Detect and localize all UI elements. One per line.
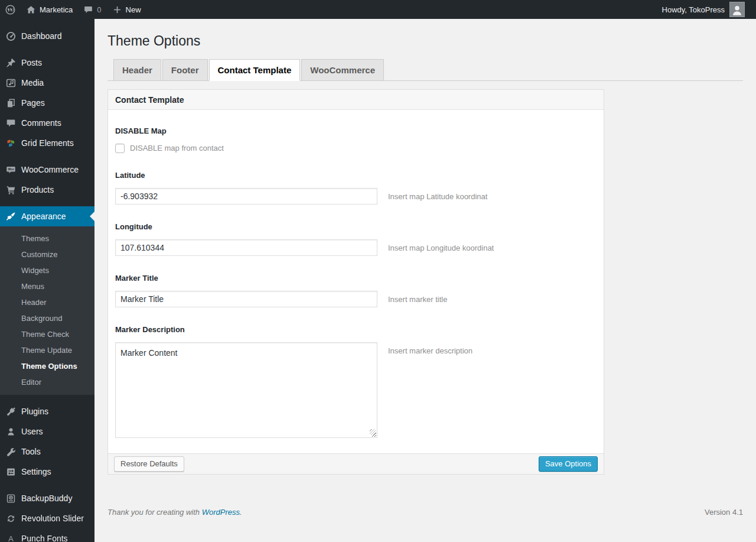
footer-thanks: Thank you for creating with WordPress. [107, 508, 242, 517]
field-row: Insert marker title [115, 291, 597, 307]
sidebar-item-comments[interactable]: Comments [0, 113, 94, 133]
marker-title-input[interactable] [115, 291, 377, 307]
save-options-button[interactable]: Save Options [539, 456, 598, 472]
field-label: Marker Title [115, 274, 597, 283]
submenu-item-menus[interactable]: Menus [0, 278, 94, 294]
pushpin-icon [5, 58, 17, 68]
page-footer: Thank you for creating with WordPress. V… [107, 508, 743, 528]
tab-bar: HeaderFooterContact TemplateWooCommerce [107, 59, 743, 81]
new-content-menu[interactable]: New [107, 0, 146, 19]
main-content: Theme Options HeaderFooterContact Templa… [94, 0, 756, 528]
new-label: New [126, 5, 141, 14]
backupbuddy-icon [5, 494, 17, 504]
sidebar-item-backupbuddy[interactable]: BackupBuddy [0, 488, 94, 508]
sidebar-item-settings[interactable]: Settings [0, 462, 94, 482]
submenu-item-theme-options[interactable]: Theme Options [0, 358, 94, 374]
tab-footer[interactable]: Footer [162, 59, 208, 80]
longitude-input[interactable] [115, 239, 377, 256]
theme-options-panel: Contact Template DISABLE MapDISABLE map … [107, 89, 604, 475]
sidebar-item-posts[interactable]: Posts [0, 53, 94, 73]
sidebar-item-label: Posts [21, 58, 42, 67]
appearance-submenu: ThemesCustomizeWidgetsMenusHeaderBackgro… [0, 226, 94, 395]
submenu-item-themes[interactable]: Themes [0, 231, 94, 246]
menu-separator [0, 153, 94, 160]
paintbrush-icon [5, 212, 17, 222]
woocommerce-icon: Woo [5, 165, 17, 175]
wordpress-icon [5, 5, 15, 15]
punch-fonts-icon: A [5, 534, 17, 542]
sidebar-item-woocommerce[interactable]: WooWooCommerce [0, 160, 94, 180]
sidebar-item-label: Pages [21, 98, 45, 108]
site-name-label: Marketica [40, 5, 73, 14]
field-group-marker-description: Marker DescriptionInsert marker descript… [115, 325, 597, 438]
submenu-item-editor[interactable]: Editor [0, 374, 94, 390]
tab-header[interactable]: Header [113, 59, 161, 80]
submenu-item-header[interactable]: Header [0, 294, 94, 310]
avatar [729, 2, 745, 17]
comment-bubble-icon [83, 5, 93, 15]
sidebar-item-label: Dashboard [21, 31, 62, 41]
field-row: Insert map Longitude koordinat [115, 239, 597, 256]
submenu-item-background[interactable]: Background [0, 310, 94, 326]
howdy-label: Howdy, TokoPress [662, 5, 725, 14]
field-help: Insert marker title [388, 291, 447, 304]
field-label: Latitude [115, 171, 597, 180]
sidebar-item-punch-fonts[interactable]: APunch Fonts [0, 528, 94, 542]
version-label: Version 4.1 [705, 508, 743, 517]
restore-defaults-button[interactable]: Restore Defaults [114, 456, 184, 472]
dashboard-icon [5, 31, 17, 41]
wordpress-link[interactable]: WordPress [202, 508, 240, 517]
sidebar-item-label: Products [21, 185, 54, 194]
tab-contact-template[interactable]: Contact Template [209, 59, 301, 81]
field-row: DISABLE map from contact [115, 144, 597, 153]
disable-map-checkbox[interactable] [115, 144, 125, 153]
sidebar-item-label: Tools [21, 447, 41, 456]
sidebar-item-users[interactable]: Users [0, 421, 94, 442]
panel-footer: Restore Defaults Save Options [108, 453, 604, 474]
menu-separator [0, 200, 94, 206]
field-group-marker-title: Marker TitleInsert marker title [115, 274, 597, 307]
sidebar-item-label: Punch Fonts [21, 534, 68, 542]
marker-description-textarea[interactable] [115, 342, 377, 438]
sidebar-menu: DashboardPostsMediaPagesCommentsGrid Ele… [0, 26, 94, 542]
sidebar-item-label: Settings [21, 467, 51, 476]
menu-separator [0, 46, 94, 53]
submenu-item-widgets[interactable]: Widgets [0, 262, 94, 278]
cart-icon [5, 185, 17, 195]
settings-icon [5, 467, 17, 477]
submenu-item-customize[interactable]: Customize [0, 246, 94, 262]
submenu-item-theme-check[interactable]: Theme Check [0, 326, 94, 342]
site-name-menu[interactable]: Marketica [21, 0, 78, 19]
sidebar-item-label: Grid Elements [21, 138, 74, 148]
sidebar: DashboardPostsMediaPagesCommentsGrid Ele… [0, 19, 94, 542]
sidebar-item-label: Revolution Slider [21, 514, 84, 523]
sidebar-item-grid-elements[interactable]: Grid Elements [0, 133, 94, 153]
menu-separator [0, 395, 94, 401]
panel-body: DISABLE MapDISABLE map from contactLatit… [108, 110, 604, 453]
sidebar-item-plugins[interactable]: Plugins [0, 401, 94, 421]
sidebar-item-pages[interactable]: Pages [0, 93, 94, 113]
latitude-input[interactable] [115, 188, 377, 205]
sidebar-item-label: Media [21, 78, 44, 87]
submenu-item-theme-update[interactable]: Theme Update [0, 342, 94, 358]
wordpress-logo-menu[interactable] [0, 0, 21, 19]
sidebar-item-dashboard[interactable]: Dashboard [0, 26, 94, 46]
my-account-menu[interactable]: Howdy, TokoPress [657, 0, 750, 19]
sidebar-item-tools[interactable]: Tools [0, 442, 94, 462]
sidebar-item-revolution-slider[interactable]: Revolution Slider [0, 508, 94, 528]
tab-woocommerce[interactable]: WooCommerce [301, 59, 384, 80]
sidebar-item-label: Plugins [21, 407, 48, 416]
sidebar-item-appearance[interactable]: Appearance [0, 206, 94, 226]
comments-menu[interactable]: 0 [78, 0, 106, 19]
revolution-slider-icon [5, 514, 17, 524]
checkbox-label: DISABLE map from contact [130, 144, 224, 152]
footer-thanks-text: Thank you for creating with [107, 508, 202, 517]
field-label: Marker Description [115, 325, 597, 334]
field-group-disable-map: DISABLE MapDISABLE map from contact [115, 126, 597, 153]
textarea-wrap [115, 342, 377, 438]
field-label: Longitude [115, 222, 597, 231]
sidebar-item-media[interactable]: Media [0, 73, 94, 93]
sidebar-item-products[interactable]: Products [0, 180, 94, 200]
field-help: Insert map Longitude koordinat [388, 239, 494, 253]
user-icon [5, 427, 17, 437]
